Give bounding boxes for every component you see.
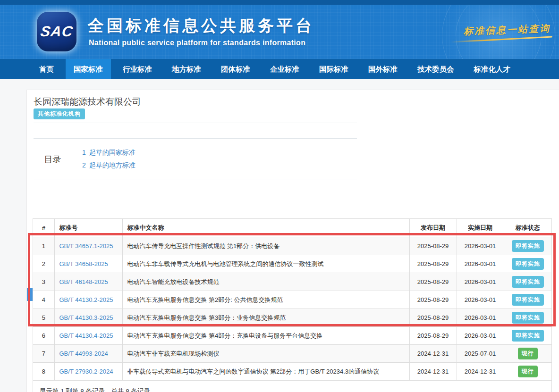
- toc-link-national[interactable]: 1起草的国家标准: [82, 149, 357, 157]
- nav-item-foreign-standards[interactable]: 国外标准: [360, 59, 406, 79]
- standard-number-link[interactable]: GB/T 44130.2-2025: [59, 296, 113, 303]
- toc-link-local[interactable]: 2起草的地方标准: [82, 161, 357, 170]
- nav-item-international-standards[interactable]: 国际标准: [311, 59, 356, 79]
- site-title: 全国标准信息公共服务平台: [88, 15, 314, 37]
- implement-date: 2026-03-01: [457, 255, 504, 273]
- publish-date: 2024-12-31: [409, 363, 457, 381]
- row-index: 3: [33, 273, 54, 291]
- table-row: 1 GB/T 34657.1-2025 电动汽车传导充电互操作性测试规范 第1部…: [33, 237, 551, 255]
- standard-name: 电动汽车传导充电互操作性测试规范 第1部分：供电设备: [122, 237, 409, 255]
- org-type-badge: 其他标准化机构: [34, 108, 85, 119]
- column-header-pub-date: 发布日期: [409, 219, 457, 237]
- publish-date: 2025-08-29: [409, 237, 457, 255]
- row-index: 2: [33, 255, 54, 273]
- site-header: SAC 全国标准信息公共服务平台 National public service…: [0, 5, 559, 59]
- standard-number-link[interactable]: GB/T 46148-2025: [59, 278, 108, 285]
- table-row: 8 GB/T 27930.2-2024 非车载传导式充电机与电动汽车之间的数字通…: [33, 363, 551, 381]
- table-row: 5 GB/T 44130.3-2025 电动汽车充换电服务信息交换 第3部分：业…: [33, 309, 551, 327]
- nav-item-industry-standards[interactable]: 行业标准: [115, 59, 160, 79]
- column-header-name: 标准中文名称: [122, 219, 409, 237]
- standard-number-link[interactable]: GB/T 34658-2025: [59, 260, 108, 267]
- standard-name: 电动汽车充换电服务信息交换 第3部分：业务信息交换规范: [122, 309, 409, 327]
- sac-logo[interactable]: SAC: [37, 12, 76, 51]
- status-badge: 现行: [518, 366, 538, 377]
- row-index: 1: [33, 237, 54, 255]
- table-header-row: # 标准号 标准中文名称 发布日期 实施日期 标准状态: [33, 219, 551, 237]
- status-badge: 即将实施: [512, 312, 544, 324]
- implement-date: 2026-03-01: [457, 273, 504, 291]
- row-index: 6: [33, 327, 54, 345]
- standard-number-link[interactable]: GB/T 44130.4-2025: [59, 332, 113, 339]
- toc-label: 目录: [34, 139, 72, 180]
- implement-date: 2026-03-01: [457, 237, 504, 255]
- row-index: 8: [33, 363, 54, 381]
- publish-date: 2024-12-31: [409, 345, 457, 363]
- column-header-std-no: 标准号: [54, 219, 122, 237]
- publish-date: 2025-08-29: [409, 255, 457, 273]
- records-summary: 显示第 1 到第 8 条记录，总共 8 条记录: [33, 381, 551, 392]
- content-card: 长园深瑞能源技术有限公司 其他标准化机构 目录 1起草的国家标准 2起草的地方标…: [26, 90, 559, 392]
- toc-link-number: 1: [82, 149, 86, 156]
- publish-date: 2025-08-29: [409, 327, 457, 345]
- table-of-contents: 目录 1起草的国家标准 2起草的地方标准: [34, 138, 357, 180]
- standard-name: 电动汽车充换电服务信息交换 第4部分：充换电设备与服务平台信息交换: [122, 327, 409, 345]
- table-row: 4 GB/T 44130.2-2025 电动汽车充换电服务信息交换 第2部分: …: [33, 291, 551, 309]
- standard-name: 电动汽车非车载传导式充电机与电池管理系统之间的通信协议一致性测试: [122, 255, 409, 273]
- row-index: 7: [33, 345, 54, 363]
- standard-number-link[interactable]: GB/T 44130.3-2025: [59, 314, 113, 321]
- nav-item-group-standards[interactable]: 团体标准: [213, 59, 258, 79]
- standard-name: 电动汽车智能充放电设备技术规范: [122, 273, 409, 291]
- standard-number-link[interactable]: GB/T 34657.1-2025: [59, 242, 113, 250]
- nav-item-local-standards[interactable]: 地方标准: [164, 59, 209, 79]
- standard-name: 电动汽车非车载充电机现场检测仪: [122, 345, 409, 363]
- status-badge: 即将实施: [512, 294, 544, 306]
- standards-table: # 标准号 标准中文名称 发布日期 实施日期 标准状态 1 GB/T 34657…: [33, 219, 551, 381]
- standard-number-link[interactable]: GB/T 44993-2024: [59, 350, 108, 357]
- table-row: 2 GB/T 34658-2025 电动汽车非车载传导式充电机与电池管理系统之间…: [33, 255, 551, 273]
- toc-links: 1起草的国家标准 2起草的地方标准: [72, 139, 357, 180]
- implement-date: 2026-03-01: [457, 291, 504, 309]
- row-index: 4: [33, 291, 54, 309]
- company-name: 长园深瑞能源技术有限公司: [34, 96, 141, 108]
- nav-item-standardization-talent[interactable]: 标准化人才: [466, 59, 519, 79]
- implement-date: 2024-12-31: [457, 363, 504, 381]
- table-row: 6 GB/T 44130.4-2025 电动汽车充换电服务信息交换 第4部分：充…: [33, 327, 551, 345]
- standards-table-container: # 标准号 标准中文名称 发布日期 实施日期 标准状态 1 GB/T 34657…: [33, 218, 552, 392]
- column-header-index: #: [33, 219, 54, 237]
- column-header-impl-date: 实施日期: [457, 219, 504, 237]
- top-strip: [0, 0, 559, 5]
- toc-link-label: 起草的地方标准: [89, 161, 136, 169]
- publish-date: 2025-08-29: [409, 291, 457, 309]
- column-header-status: 标准状态: [504, 219, 551, 237]
- implement-date: 2026-03-01: [457, 309, 504, 327]
- publish-date: 2025-08-29: [409, 309, 457, 327]
- main-nav: 首页 国家标准 行业标准 地方标准 团体标准 企业标准 国际标准 国外标准 技术…: [0, 59, 559, 79]
- nav-item-technical-committee[interactable]: 技术委员会: [409, 59, 462, 79]
- nav-item-home[interactable]: 首页: [31, 59, 62, 79]
- table-row: 3 GB/T 46148-2025 电动汽车智能充放电设备技术规范 2025-0…: [33, 273, 551, 291]
- row-index: 5: [33, 309, 54, 327]
- sac-logo-text: SAC: [39, 23, 74, 40]
- implement-date: 2025-07-01: [457, 345, 504, 363]
- standard-name: 电动汽车充换电服务信息交换 第2部分: 公共信息交换规范: [122, 291, 409, 309]
- divider: [34, 123, 357, 123]
- standard-number-link[interactable]: GB/T 27930.2-2024: [59, 368, 113, 375]
- status-badge: 即将实施: [512, 258, 544, 270]
- publish-date: 2025-08-29: [409, 273, 457, 291]
- status-badge: 即将实施: [512, 330, 544, 342]
- nav-item-national-standards[interactable]: 国家标准: [66, 59, 111, 79]
- status-badge: 即将实施: [512, 276, 544, 288]
- table-row: 7 GB/T 44993-2024 电动汽车非车载充电机现场检测仪 2024-1…: [33, 345, 551, 363]
- toc-link-label: 起草的国家标准: [89, 149, 136, 156]
- site-subtitle: National public service platform for sta…: [89, 39, 305, 47]
- status-badge: 即将实施: [512, 240, 544, 252]
- nav-item-enterprise-standards[interactable]: 企业标准: [262, 59, 307, 79]
- toc-link-number: 2: [82, 161, 86, 169]
- implement-date: 2026-03-01: [457, 327, 504, 345]
- status-badge: 现行: [518, 348, 538, 359]
- standard-name: 非车载传导式充电机与电动汽车之间的数字通信协议 第2部分：用于GB/T 2023…: [122, 363, 409, 381]
